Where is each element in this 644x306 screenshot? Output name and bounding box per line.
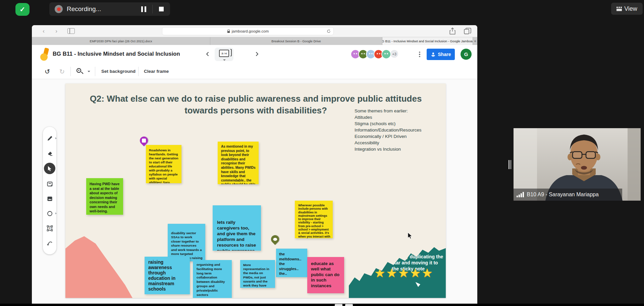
undo-button[interactable]: ↺ bbox=[45, 68, 50, 75]
stop-icon bbox=[159, 7, 164, 11]
frame-stack-icon bbox=[230, 49, 232, 56]
jamboard-toolbar: ↺ ↻ + Set background Clear frame bbox=[32, 64, 477, 79]
divider bbox=[95, 67, 95, 76]
pause-recording-button[interactable] bbox=[135, 2, 152, 16]
sticky-note-roadshows[interactable]: Roadshows in heartlands. Getting the nex… bbox=[146, 145, 181, 183]
stop-recording-button[interactable] bbox=[153, 2, 170, 16]
laser-tool[interactable] bbox=[45, 238, 55, 248]
address-bar[interactable]: jamboard.google.com bbox=[162, 27, 334, 35]
share-button[interactable]: Share bbox=[427, 49, 455, 60]
pause-icon bbox=[141, 6, 146, 12]
participant-avatar[interactable] bbox=[381, 49, 391, 59]
theme-item: Accessibility bbox=[355, 140, 422, 146]
back-button[interactable]: ‹ bbox=[41, 28, 47, 34]
zoom-dropdown-caret[interactable] bbox=[88, 71, 90, 72]
mouse-cursor-icon bbox=[408, 232, 413, 239]
tab-bar: EMP2030 DPN faci plan (26 Oct 2021).docx… bbox=[32, 37, 477, 45]
sticky-note-lets-rally[interactable]: lets rally caregivers too, and give them… bbox=[213, 205, 261, 251]
next-frame-button[interactable] bbox=[254, 51, 260, 57]
signal-strength-icon bbox=[517, 192, 524, 197]
shape-tool[interactable] bbox=[45, 208, 55, 218]
tab-jamboard-active[interactable]: BG B11 - Inclusive Mindset and Social In… bbox=[382, 37, 473, 45]
sticky-note-organising[interactable]: organising and facilitating more long te… bbox=[193, 260, 232, 298]
sticky-pin-icon[interactable] bbox=[138, 135, 150, 146]
vote-star-icon[interactable]: ★ bbox=[422, 266, 433, 280]
vote-star-icon[interactable]: ★ bbox=[374, 266, 386, 280]
zoom-button[interactable]: + bbox=[76, 68, 81, 73]
sticky-note-raising-awareness[interactable]: raising awareness through education in m… bbox=[145, 257, 190, 294]
view-button[interactable]: View bbox=[611, 3, 643, 15]
previous-frame-button[interactable] bbox=[205, 51, 210, 57]
pink-blob-shape bbox=[65, 236, 132, 298]
svg-text:T: T bbox=[49, 227, 51, 230]
record-dot-icon bbox=[55, 5, 63, 13]
panel-resize-handle[interactable] bbox=[508, 160, 512, 169]
divider bbox=[138, 67, 139, 76]
vote-star-icon[interactable]: ★ bbox=[410, 266, 422, 280]
person-add-icon bbox=[431, 52, 436, 57]
reload-icon[interactable] bbox=[327, 29, 331, 33]
lock-icon bbox=[227, 30, 230, 33]
sidebar-icon[interactable] bbox=[67, 28, 75, 34]
browser-window: ‹ › jamboard.google.com EMP2030 DPN faci… bbox=[32, 25, 477, 304]
sticky-note-disability-sector[interactable]: disability sector SSAs to work closer to… bbox=[168, 224, 205, 261]
theme-item: Information/Education/Resources bbox=[355, 127, 422, 133]
sticky-note-tool[interactable] bbox=[45, 179, 55, 189]
participant-overflow-badge[interactable]: +3 bbox=[390, 49, 399, 58]
pen-options-caret bbox=[55, 137, 57, 139]
pen-tool[interactable] bbox=[45, 133, 55, 143]
cut-off-thumbnail bbox=[345, 304, 353, 306]
themes-heading: Some themes from earlier: bbox=[355, 108, 422, 114]
view-label: View bbox=[624, 5, 637, 12]
participant-name-bar: B10 A9 - Sarayanan Mariappa bbox=[514, 189, 622, 201]
jamboard-logo-icon bbox=[40, 48, 49, 61]
new-tab-button[interactable]: + bbox=[473, 37, 477, 45]
image-tool[interactable] bbox=[45, 194, 55, 204]
jamboard-header: BG B11 - Inclusive Mindset and Social In… bbox=[32, 45, 477, 64]
more-options-button[interactable] bbox=[417, 50, 422, 58]
shape-options-caret bbox=[55, 212, 57, 214]
jamboard-content-area: Q2: What else can we do to raise public … bbox=[32, 79, 477, 304]
gallery-view-icon bbox=[616, 7, 622, 11]
sticky-note-meltdowns[interactable]: the meltdowns.. the struggles.. the.. re… bbox=[276, 249, 307, 277]
url-text: jamboard.google.com bbox=[232, 29, 269, 33]
screen: ✓ Recording... View ‹ › jamboard.google.… bbox=[0, 0, 644, 306]
clear-frame-button[interactable]: Clear frame bbox=[144, 69, 169, 74]
participant-video-tile[interactable]: B10 A9 - Sarayanan Mariappa bbox=[514, 128, 641, 201]
vote-star-icon[interactable]: ★ bbox=[398, 266, 410, 280]
comment-pin-icon[interactable] bbox=[269, 234, 281, 245]
tab-emp2030-doc[interactable]: EMP2030 DPN faci plan (26 Oct 2021).docx bbox=[32, 37, 210, 45]
frame-indicator: 3 / 4 bbox=[219, 50, 229, 57]
security-shield-icon: ✓ bbox=[15, 3, 30, 16]
select-tool[interactable] bbox=[44, 163, 55, 174]
participant-name: B10 A9 - Sarayanan Mariappa bbox=[527, 192, 599, 198]
jamboard-tool-rail: T bbox=[43, 127, 56, 254]
recording-indicator: Recording... bbox=[49, 2, 170, 16]
vote-star-icon[interactable]: ★ bbox=[386, 266, 398, 280]
share-label: Share bbox=[438, 52, 451, 57]
browser-toolbar: ‹ › jamboard.google.com bbox=[32, 25, 477, 37]
jam-frame-canvas[interactable]: Q2: What else can we do to raise public … bbox=[65, 84, 446, 298]
tab-breakout-drive[interactable]: Breakout Session B - Google Drive bbox=[210, 37, 382, 45]
teal-vote-blob: Vote by duplicating the star and moving … bbox=[349, 247, 446, 298]
sticky-note-having-pwd[interactable]: Having PWD have a seat at the table abou… bbox=[86, 178, 123, 215]
frame-selector-button[interactable]: 3 / 4 bbox=[215, 48, 233, 61]
cut-off-thumbnail bbox=[335, 304, 342, 306]
theme-item: Stigma (schools etc) bbox=[355, 120, 422, 127]
document-title[interactable]: BG B11 - Inclusive Mindset and Social In… bbox=[53, 51, 180, 57]
text-box-tool[interactable]: T bbox=[45, 223, 55, 233]
chevron-down-icon bbox=[223, 59, 226, 61]
redo-button[interactable]: ↻ bbox=[59, 68, 65, 75]
sticky-note-wherever-possible[interactable]: Wherever possible include persons with d… bbox=[295, 201, 333, 238]
share-icon[interactable] bbox=[449, 28, 456, 35]
set-background-button[interactable]: Set background bbox=[101, 69, 136, 74]
eraser-tool[interactable] bbox=[45, 148, 55, 158]
theme-item: Economically / KPI Driven bbox=[355, 133, 422, 140]
tabs-overview-icon[interactable] bbox=[464, 28, 471, 35]
sticky-note-educate[interactable]: educate as well what public can do in su… bbox=[307, 257, 344, 293]
forward-button[interactable]: › bbox=[53, 28, 59, 34]
remote-cursor-pointer bbox=[415, 281, 421, 287]
sticky-note-more-representation[interactable]: More representation in the media on PWDs… bbox=[240, 260, 275, 288]
account-avatar[interactable]: G bbox=[461, 49, 472, 60]
sticky-note-as-mentioned[interactable]: As mentioned in my previous point, to lo… bbox=[218, 142, 259, 184]
